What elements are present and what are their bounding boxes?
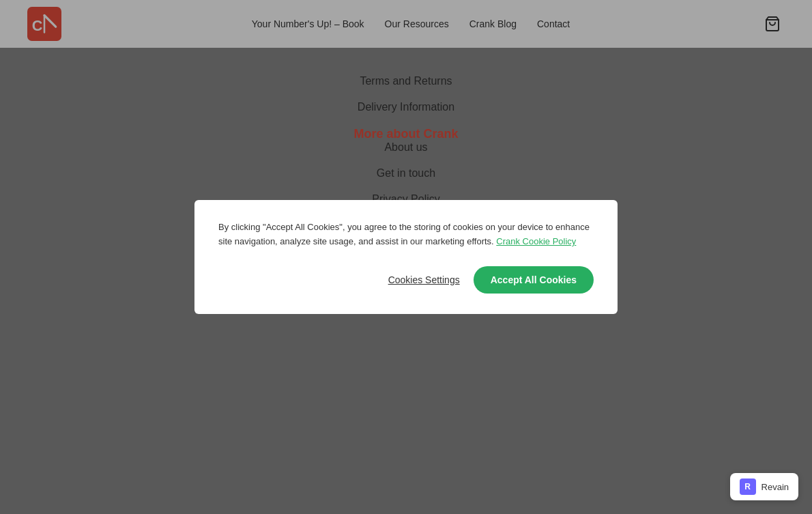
cookie-overlay: By clicking "Accept All Cookies", you ag… [0, 0, 812, 514]
cookie-banner: By clicking "Accept All Cookies", you ag… [194, 200, 618, 314]
cookie-policy-link[interactable]: Crank Cookie Policy [496, 236, 576, 246]
cookie-text: By clicking "Accept All Cookies", you ag… [218, 220, 594, 249]
cookies-settings-button[interactable]: Cookies Settings [388, 274, 460, 285]
cookie-actions: Cookies Settings Accept All Cookies [218, 266, 594, 294]
revain-icon: R [740, 479, 756, 495]
revain-label: Revain [762, 482, 789, 492]
accept-all-cookies-button[interactable]: Accept All Cookies [474, 266, 594, 294]
revain-widget[interactable]: R Revain [730, 473, 798, 500]
